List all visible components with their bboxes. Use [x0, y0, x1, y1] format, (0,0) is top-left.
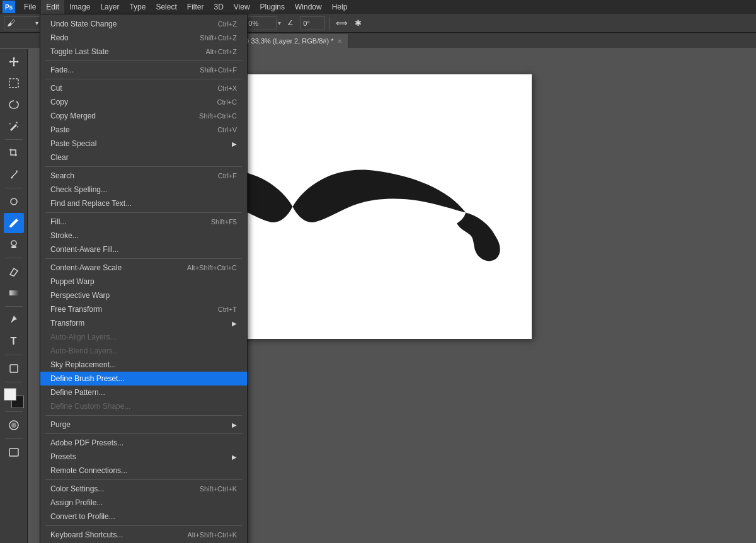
menu-item-label: Transform [50, 319, 84, 328]
move-tool-btn[interactable] [4, 52, 24, 72]
menu-filter[interactable]: Filter [182, 0, 209, 14]
gradient-btn[interactable] [4, 283, 24, 303]
menu-separator [45, 60, 242, 61]
lasso-btn[interactable] [4, 94, 24, 115]
menu-item-color-settings---[interactable]: Color Settings...Shift+Ctrl+K [40, 482, 247, 496]
submenu-arrow-icon: ▶ [232, 140, 237, 147]
menu-item-label: Check Spelling... [50, 185, 107, 194]
menu-item-clear[interactable]: Clear [40, 151, 247, 164]
menu-file[interactable]: File [19, 0, 41, 14]
menu-item-purge[interactable]: Purge▶ [40, 418, 247, 432]
menu-view[interactable]: View [229, 0, 255, 14]
menu-item-toggle-last-state[interactable]: Toggle Last StateAlt+Ctrl+Z [40, 45, 247, 59]
menu-shortcut: Alt+Ctrl+Z [205, 48, 237, 55]
menu-layer[interactable]: Layer [95, 0, 124, 14]
pen-btn[interactable] [4, 310, 24, 330]
menu-item-check-spelling---[interactable]: Check Spelling... [40, 183, 247, 197]
menu-item-label: Puppet Warp [50, 277, 94, 286]
menu-item-sky-replacement---[interactable]: Sky Replacement... [40, 358, 247, 372]
menu-item-label: Copy [50, 98, 68, 106]
menu-plugins[interactable]: Plugins [255, 0, 290, 14]
menu-item-transform[interactable]: Transform▶ [40, 316, 247, 330]
menu-item-cut[interactable]: CutCtrl+X [40, 81, 247, 95]
menu-shortcut: Shift+Ctrl+C [199, 112, 237, 120]
menu-item-presets[interactable]: Presets▶ [40, 450, 247, 464]
svg-point-2 [9, 225, 12, 227]
menu-separator [45, 212, 242, 213]
brush-btn[interactable] [4, 213, 24, 233]
smoothing-input[interactable] [245, 16, 277, 30]
menu-item-find-and-replace-text---[interactable]: Find and Replace Text... [40, 197, 247, 210]
menu-edit[interactable]: Edit [41, 0, 64, 14]
menu-item-paste-special[interactable]: Paste Special▶ [40, 137, 247, 151]
angle-input[interactable] [300, 16, 325, 30]
menu-item-perspective-warp[interactable]: Perspective Warp [40, 289, 247, 302]
menu-separator [45, 79, 242, 79]
menu-item-fill---[interactable]: Fill...Shift+F5 [40, 215, 247, 229]
shape-btn[interactable] [4, 358, 24, 379]
menu-shortcut: Ctrl+T [218, 306, 237, 313]
magic-wand-btn[interactable] [4, 116, 24, 136]
edit-dropdown-menu: Undo State ChangeCtrl+ZRedoShift+Ctrl+ZT… [40, 14, 248, 543]
menu-item-label: Assign Profile... [50, 498, 103, 507]
menu-image[interactable]: Image [64, 0, 95, 14]
menu-item-content-aware-scale[interactable]: Content-Aware ScaleAlt+Shift+Ctrl+C [40, 261, 247, 275]
left-toolbar: T [0, 49, 28, 543]
eraser-btn[interactable] [4, 261, 24, 282]
menu-item-puppet-warp[interactable]: Puppet Warp [40, 275, 247, 289]
tool-separator6 [5, 382, 23, 382]
submenu-arrow-icon: ▶ [232, 421, 237, 428]
symmetry-icon[interactable]: ⟺ [335, 16, 348, 30]
tool-separator [5, 139, 23, 140]
menu-item-assign-profile---[interactable]: Assign Profile... [40, 496, 247, 510]
svg-point-8 [11, 423, 16, 428]
quick-mask-btn[interactable] [4, 415, 24, 435]
menu-item-label: Paste Special [50, 139, 96, 148]
menu-item-free-transform[interactable]: Free TransformCtrl+T [40, 302, 247, 316]
menu-item-remote-connections---[interactable]: Remote Connections... [40, 464, 247, 477]
menu-shortcut: Ctrl+C [217, 98, 237, 106]
menu-item-copy-merged[interactable]: Copy MergedShift+Ctrl+C [40, 109, 247, 123]
menu-item-fade---[interactable]: Fade...Shift+Ctrl+F [40, 63, 247, 77]
menu-shortcut: Shift+Ctrl+F [200, 66, 237, 74]
svg-rect-0 [9, 79, 18, 88]
menu-help[interactable]: Help [327, 0, 353, 14]
eyedropper-btn[interactable] [4, 164, 24, 185]
menu-item-content-aware-fill---[interactable]: Content-Aware Fill... [40, 243, 247, 256]
menu-item-auto-blend-layers---: Auto-Blend Layers... [40, 344, 247, 358]
stamp-btn[interactable] [4, 234, 24, 254]
foreground-color-swatch[interactable] [4, 388, 16, 401]
crop-btn[interactable] [4, 143, 24, 163]
menu-item-keyboard-shortcuts---[interactable]: Keyboard Shortcuts...Alt+Shift+Ctrl+K [40, 528, 247, 542]
menu-item-label: Remote Connections... [50, 466, 127, 475]
menu-item-label: Define Custom Shape... [50, 402, 130, 411]
menu-item-adobe-pdf-presets---[interactable]: Adobe PDF Presets... [40, 436, 247, 450]
menu-item-stroke---[interactable]: Stroke... [40, 229, 247, 243]
menu-type[interactable]: Type [124, 0, 151, 14]
menu-item-copy[interactable]: CopyCtrl+C [40, 95, 247, 109]
menu-item-label: Purge [50, 420, 71, 429]
angle-icon[interactable]: ∠ [284, 16, 297, 30]
menu-select[interactable]: Select [151, 0, 181, 14]
svg-rect-9 [9, 449, 18, 456]
menu-item-undo-state-change[interactable]: Undo State ChangeCtrl+Z [40, 17, 247, 31]
menu-item-define-pattern---[interactable]: Define Pattern... [40, 386, 247, 399]
menu-item-search[interactable]: SearchCtrl+F [40, 169, 247, 183]
menu-3d[interactable]: 3D [209, 0, 228, 14]
menu-shortcut: Ctrl+V [217, 126, 237, 134]
toolbar-divider2 [329, 17, 330, 30]
screen-mode-btn[interactable] [4, 442, 24, 462]
healing-btn[interactable] [4, 191, 24, 212]
brush-preset-picker[interactable]: 🖌▾ [4, 16, 42, 30]
color-swatch-area[interactable] [4, 388, 24, 408]
rectangular-select-btn[interactable] [4, 73, 24, 93]
menu-item-define-brush-preset---[interactable]: Define Brush Preset... [40, 372, 247, 386]
tab-close-btn2[interactable]: ✕ [337, 38, 342, 45]
text-btn[interactable]: T [4, 331, 24, 352]
menu-item-label: Clear [50, 153, 69, 162]
menu-item-paste[interactable]: PasteCtrl+V [40, 123, 247, 137]
pressure-icon[interactable]: ✱ [351, 16, 365, 30]
menu-window[interactable]: Window [290, 0, 327, 14]
menu-item-convert-to-profile---[interactable]: Convert to Profile... [40, 510, 247, 523]
menu-item-redo[interactable]: RedoShift+Ctrl+Z [40, 31, 247, 45]
